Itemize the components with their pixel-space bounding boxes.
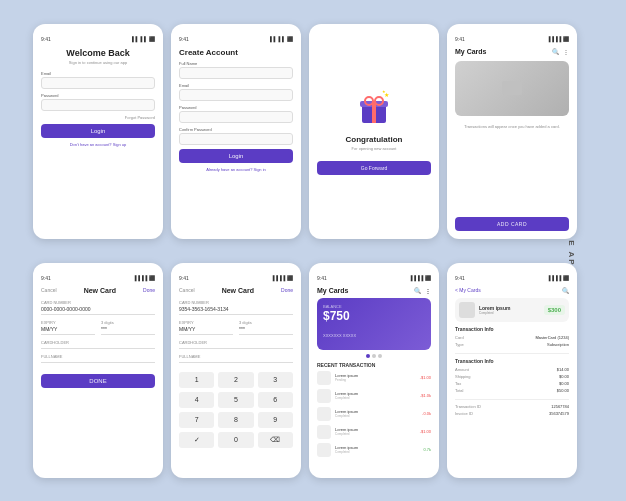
recent-title: RECENT TRANSACTION xyxy=(317,362,431,368)
email-input[interactable] xyxy=(41,77,155,89)
new-card-header-2: Cancel New Card Done xyxy=(179,287,293,294)
key-2[interactable]: 2 xyxy=(218,372,253,388)
key-5[interactable]: 5 xyxy=(218,392,253,408)
key-4[interactable]: 4 xyxy=(179,392,214,408)
fullname-input[interactable] xyxy=(179,67,293,79)
card-number-label: CARD NUMBER xyxy=(41,300,155,305)
shipping-label: Shipping xyxy=(455,374,471,379)
td-search-icon[interactable]: 🔍 xyxy=(562,287,569,294)
trans-info-1: Lorem ipsum Pending xyxy=(335,373,416,382)
cardholder-value-2[interactable] xyxy=(179,346,293,349)
total-label: Total xyxy=(455,388,463,393)
trans-amount-3: -0.0k xyxy=(422,411,431,416)
transaction-5: Lorem ipsum Completed 0.7k xyxy=(317,443,431,457)
key-7[interactable]: 7 xyxy=(179,412,214,428)
key-0[interactable]: 0 xyxy=(218,432,253,448)
trans-status-3: Completed xyxy=(335,414,418,418)
signin-link[interactable]: Sign in xyxy=(254,167,266,172)
email-label: Email xyxy=(41,71,155,76)
welcome-screen: 9:41 ▌▌ ▌▌ ⬛ Welcome Back Sign in to con… xyxy=(33,24,163,239)
cvv-value[interactable]: *** xyxy=(101,326,155,335)
key-1[interactable]: 1 xyxy=(179,372,214,388)
total-value: $50.00 xyxy=(557,388,569,393)
key-8[interactable]: 8 xyxy=(218,412,253,428)
amount-row: Amount $14.00 xyxy=(455,367,569,372)
status-bar-4: 9:41 ▌▌▌▌⬛ xyxy=(455,36,569,42)
invoice-row: Invoice ID 356374579 xyxy=(455,411,569,416)
transaction-2: Lorem ipsum Completed -$1.0k xyxy=(317,389,431,403)
fullname-value-2[interactable] xyxy=(179,360,293,363)
ca-password-input[interactable] xyxy=(179,111,293,123)
fullname-value[interactable] xyxy=(41,360,155,363)
back-button[interactable]: < My Cards xyxy=(455,287,481,293)
tax-label: Tax xyxy=(455,381,461,386)
card-dots xyxy=(317,354,431,358)
search-icon-2[interactable]: 🔍 xyxy=(414,287,421,294)
phone-new-card-blank: 9:41 ▌▌▌▌⬛ Cancel New Card Done CARD NUM… xyxy=(33,263,163,478)
login-button[interactable]: Login xyxy=(41,124,155,138)
phone-notch-3 xyxy=(354,24,394,32)
password-input[interactable] xyxy=(41,99,155,111)
add-card-button[interactable]: ADD CARD xyxy=(455,217,569,231)
new-card-header: Cancel New Card Done xyxy=(41,287,155,294)
ca-confirm-input[interactable] xyxy=(179,133,293,145)
key-backspace[interactable]: ⌫ xyxy=(258,432,293,448)
key-9[interactable]: 9 xyxy=(258,412,293,428)
my-cards-header: My Cards 🔍 ⋮ xyxy=(455,48,569,55)
expiry-value-2[interactable]: MM/YY xyxy=(179,326,233,335)
ca-confirm-label: Confirm Password xyxy=(179,127,293,132)
new-card-blank-screen: 9:41 ▌▌▌▌⬛ Cancel New Card Done CARD NUM… xyxy=(33,263,163,478)
card-number-value-2[interactable]: 9354-3563-1654-3134 xyxy=(179,306,293,315)
balance-card: BALANCE $750 XXXXXXX XXXXX xyxy=(317,298,431,350)
done-btn[interactable]: DONE xyxy=(41,374,155,388)
more-icon[interactable]: ⋮ xyxy=(563,48,569,55)
cardholder-label: CARDHOLDER xyxy=(41,340,155,345)
amount-badge: $300 xyxy=(544,305,565,315)
key-6[interactable]: 6 xyxy=(258,392,293,408)
signal: ▌▌ ▌▌ ⬛ xyxy=(132,36,155,42)
bottom-row: 9:41 ▌▌▌▌⬛ Cancel New Card Done CARD NUM… xyxy=(25,255,601,486)
more-icon-2[interactable]: ⋮ xyxy=(425,287,431,294)
transaction-1: Lorem ipsum Pending -$1.00 xyxy=(317,371,431,385)
trans-icon-4 xyxy=(317,425,331,439)
done-button-2[interactable]: Done xyxy=(281,287,293,293)
dot-3[interactable] xyxy=(378,354,382,358)
new-card-keypad-screen: 9:41 ▌▌▌▌⬛ Cancel New Card Done CARD NUM… xyxy=(171,263,301,478)
forgot-password[interactable]: Forgot Password xyxy=(41,115,155,120)
done-button[interactable]: Done xyxy=(143,287,155,293)
cancel-button-2[interactable]: Cancel xyxy=(179,287,195,293)
trans-info-3: Lorem ipsum Completed xyxy=(335,409,418,418)
cardholder-value[interactable] xyxy=(41,346,155,349)
key-check[interactable]: ✓ xyxy=(179,432,214,448)
my-cards-title: My Cards xyxy=(455,48,487,55)
signup-link[interactable]: Sign up xyxy=(113,142,127,147)
cancel-button[interactable]: Cancel xyxy=(41,287,57,293)
status-bar-7: 9:41 ▌▌▌▌⬛ xyxy=(317,275,431,281)
signal-5: ▌▌▌▌⬛ xyxy=(135,275,155,281)
dot-2[interactable] xyxy=(372,354,376,358)
card-number-value[interactable]: 0000-0000-0000-0000 xyxy=(41,306,155,315)
cvv-label-2: 3 digits xyxy=(239,320,293,325)
merchant-icon xyxy=(459,302,475,318)
phone-notch xyxy=(78,24,118,32)
status-bar-8: 9:41 ▌▌▌▌⬛ xyxy=(455,275,569,281)
phone-my-cards-balance: 9:41 ▌▌▌▌⬛ My Cards 🔍 ⋮ BALANCE $750 XXX… xyxy=(309,263,439,478)
time-6: 9:41 xyxy=(179,275,189,281)
divider-2 xyxy=(455,399,569,400)
cvv-value-2[interactable]: *** xyxy=(239,326,293,335)
new-card-title: New Card xyxy=(84,287,116,294)
balance-header-icons: 🔍 ⋮ xyxy=(414,287,431,294)
svg-text:★: ★ xyxy=(382,89,386,94)
dot-1[interactable] xyxy=(366,354,370,358)
time-5: 9:41 xyxy=(41,275,51,281)
type-row: Type Subscription xyxy=(455,342,569,347)
key-3[interactable]: 3 xyxy=(258,372,293,388)
expiry-value[interactable]: MM/YY xyxy=(41,326,95,335)
ca-email-input[interactable] xyxy=(179,89,293,101)
ca-login-button[interactable]: Login xyxy=(179,149,293,163)
empty-text: Transactions will appear once you have a… xyxy=(455,124,569,130)
go-forward-button[interactable]: Go Forward xyxy=(317,161,431,175)
search-icon[interactable]: 🔍 xyxy=(552,48,559,55)
transaction-4: Lorem ipsum Completed -$1.00 xyxy=(317,425,431,439)
trans-icon-3 xyxy=(317,407,331,421)
